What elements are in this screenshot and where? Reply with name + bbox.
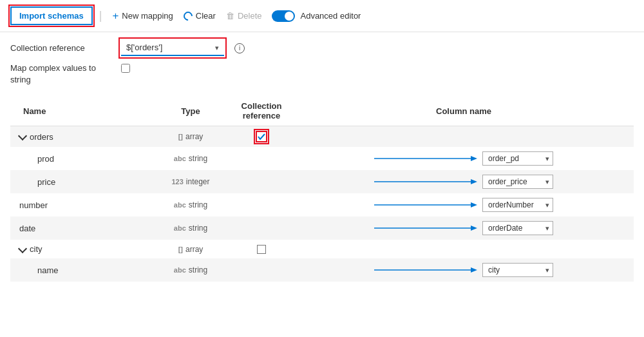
type-badge: abc	[174, 201, 186, 209]
name-header: Name	[10, 96, 152, 126]
type-badge: abc	[174, 155, 186, 162]
collection-ref-cell	[229, 217, 294, 240]
delete-button[interactable]: 🗑 Delete	[222, 8, 266, 24]
type-text: string	[189, 224, 207, 233]
type-text: string	[189, 154, 207, 163]
mapping-arrow-icon	[374, 224, 477, 233]
collection-reference-label: Collection reference	[10, 43, 113, 53]
new-mapping-button[interactable]: + New mapping	[108, 7, 176, 24]
type-text: integer	[186, 177, 210, 186]
toggle-track[interactable]	[272, 10, 295, 22]
type-cell: []array	[152, 240, 229, 258]
clear-label: Clear	[196, 11, 216, 21]
type-badge: abc	[174, 224, 186, 232]
column-name-select[interactable]: order_price	[482, 175, 553, 189]
collection-ref-checkbox-unchecked[interactable]	[257, 245, 266, 254]
map-complex-label: Map complex values tostring	[10, 63, 113, 86]
type-text: string	[189, 200, 207, 209]
trash-icon: 🗑	[226, 11, 234, 21]
toolbar-separator: |	[99, 9, 102, 23]
type-cell: abcstring	[152, 258, 229, 282]
table-area: Name Type Collectionreference Column nam…	[0, 96, 644, 282]
row-name-text: city	[30, 244, 43, 254]
clear-button[interactable]: Clear	[180, 8, 220, 24]
map-complex-row: Map complex values tostring	[10, 63, 634, 86]
table-row: numberabcstringorderNumber▾	[10, 193, 634, 217]
column-name-select[interactable]: order_pd	[482, 151, 553, 166]
table-row: orders[]array	[10, 126, 634, 148]
collection-ref-cell	[229, 147, 294, 170]
type-text: array	[185, 245, 203, 254]
collection-select-wrapper: $['orders'] ▾	[121, 40, 224, 56]
column-name-cell: orderDate▾	[294, 217, 634, 240]
collection-ref-header: Collectionreference	[229, 96, 294, 126]
type-cell: []array	[152, 126, 229, 148]
name-cell: orders	[10, 126, 152, 148]
refresh-icon	[182, 10, 194, 23]
column-name-header: Column name	[294, 96, 634, 126]
delete-label: Delete	[238, 11, 262, 21]
type-badge: []	[178, 133, 183, 140]
row-name-text: number	[19, 200, 48, 210]
table-row: city[]array	[10, 240, 634, 258]
row-name-text: orders	[30, 132, 53, 142]
table-row: dateabcstringorderDate▾	[10, 217, 634, 240]
advanced-editor-label: Advanced editor	[300, 11, 361, 21]
type-text: string	[189, 265, 207, 274]
svg-marker-5	[471, 202, 477, 207]
form-section: Collection reference $['orders'] ▾ i Map…	[0, 32, 644, 96]
collection-ref-cell	[229, 126, 294, 148]
name-cell: name	[10, 258, 152, 282]
expand-icon[interactable]	[18, 131, 27, 140]
mapping-arrow-icon	[374, 177, 477, 186]
table-row: prodabcstringorder_pd▾	[10, 147, 634, 170]
collection-ref-cell	[229, 240, 294, 258]
row-name-text: date	[19, 224, 35, 233]
type-cell: abcstring	[152, 147, 229, 170]
name-cell: price	[10, 170, 152, 193]
import-schemas-button[interactable]: Import schemas	[10, 6, 93, 25]
mapping-arrow-icon	[374, 154, 477, 163]
name-cell: prod	[10, 147, 152, 170]
column-name-cell	[294, 240, 634, 258]
column-name-cell: order_pd▾	[294, 147, 634, 170]
map-complex-checkbox[interactable]	[121, 64, 130, 73]
collection-ref-cell	[229, 193, 294, 217]
type-badge: 123	[171, 178, 183, 186]
column-name-select[interactable]: orderDate	[482, 221, 553, 235]
name-cell: city	[10, 240, 152, 258]
new-mapping-label: New mapping	[122, 11, 173, 21]
info-icon[interactable]: i	[234, 43, 245, 53]
svg-marker-3	[471, 179, 477, 184]
collection-ref-checkbox-checked[interactable]	[256, 131, 267, 142]
mapping-arrow-icon	[374, 265, 477, 274]
column-name-select[interactable]: city	[482, 263, 553, 277]
mapping-arrow-icon	[374, 200, 477, 209]
type-cell: abcstring	[152, 217, 229, 240]
collection-ref-cell	[229, 170, 294, 193]
row-name-text: prod	[37, 154, 54, 164]
row-name-text: name	[37, 265, 59, 275]
name-cell: date	[10, 217, 152, 240]
table-row: price123integerorder_price▾	[10, 170, 634, 193]
type-badge: []	[178, 246, 183, 253]
advanced-editor-toggle[interactable]: Advanced editor	[272, 10, 361, 22]
mapping-table: Name Type Collectionreference Column nam…	[10, 96, 634, 282]
type-cell: abcstring	[152, 193, 229, 217]
collection-reference-row: Collection reference $['orders'] ▾ i	[10, 40, 634, 56]
column-name-cell	[294, 126, 634, 148]
svg-marker-1	[471, 156, 477, 161]
collection-reference-select[interactable]: $['orders']	[121, 40, 224, 56]
expand-icon[interactable]	[18, 244, 27, 253]
toggle-thumb	[285, 12, 294, 21]
type-text: array	[185, 132, 203, 141]
row-name-text: price	[37, 177, 55, 187]
type-header: Type	[152, 96, 229, 126]
collection-ref-cell	[229, 258, 294, 282]
plus-icon: +	[112, 10, 118, 21]
column-name-select[interactable]: orderNumber	[482, 198, 553, 212]
column-name-cell: order_price▾	[294, 170, 634, 193]
column-name-cell: orderNumber▾	[294, 193, 634, 217]
toolbar: Import schemas | + New mapping Clear 🗑 D…	[0, 0, 644, 32]
table-row: nameabcstringcity▾	[10, 258, 634, 282]
